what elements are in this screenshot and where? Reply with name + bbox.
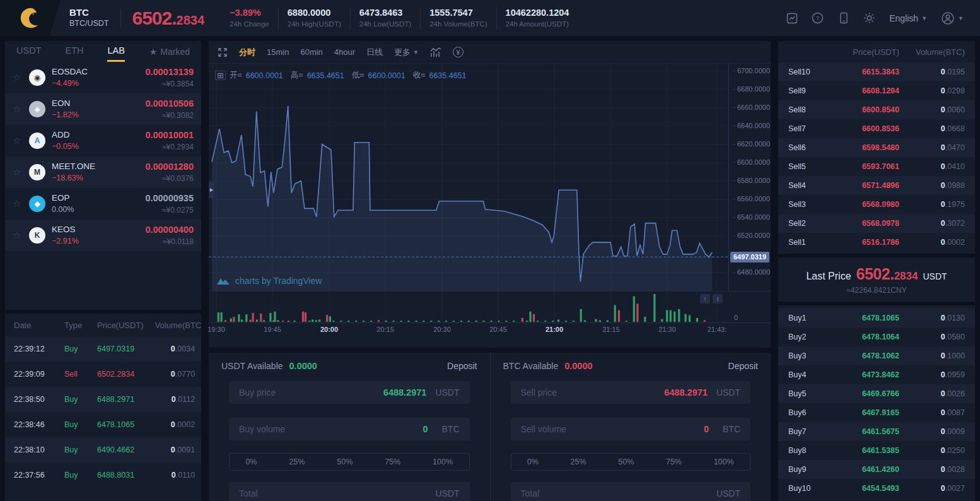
coin-change: −2.91% — [52, 236, 79, 247]
buy-order-row[interactable]: Buy96461.42600.0028 — [778, 460, 975, 479]
order-volume: 0.0668 — [899, 124, 965, 133]
order-volume: 0.0130 — [899, 314, 965, 322]
coin-icon: K — [29, 227, 45, 244]
coin-cny-price: ≈¥0.3082 — [145, 110, 194, 121]
pane-maximize-button[interactable]: ↑ — [700, 294, 710, 304]
trade-time: 22:38:46 — [14, 420, 64, 429]
sell-order-row[interactable]: Sell66598.54800.0470 — [778, 138, 975, 157]
price-chart[interactable] — [209, 64, 728, 291]
tab-eth[interactable]: ETH — [65, 41, 83, 62]
volume-frac: .0110 — [176, 471, 195, 480]
fullscreen-icon[interactable] — [218, 47, 228, 57]
sell-percent-0[interactable]: 0% — [527, 457, 539, 466]
buy-percent-0[interactable]: 0% — [245, 457, 257, 466]
deposit-link[interactable]: Deposit — [728, 361, 758, 371]
buy-order-row[interactable]: Buy36478.10620.1000 — [778, 346, 975, 365]
favorite-star-icon[interactable]: ☆ — [13, 230, 29, 241]
coin-list-item[interactable]: ☆◉EOSDAC−4.49%0.00013139≈¥0.3854 — [5, 62, 201, 93]
favorite-star-icon[interactable]: ☆ — [13, 103, 29, 115]
buy-order-row[interactable]: Buy76461.56750.0009 — [778, 422, 975, 441]
sell-order-row[interactable]: Sell16516.17860.0002 — [778, 233, 975, 252]
coin-list-item[interactable]: ☆◆EOP0.00%0.00000935≈¥0.0275 — [5, 188, 201, 220]
grid-toggle-icon[interactable]: ⊞ — [215, 71, 226, 80]
sell-order-row[interactable]: Sell96608.12940.0298 — [778, 81, 975, 100]
sell-order-row[interactable]: Sell76600.85360.0668 — [778, 119, 975, 138]
favorite-star-icon[interactable]: ☆ — [13, 72, 29, 83]
interval-分时[interactable]: 分时 — [239, 47, 255, 58]
sell-price-input[interactable]: Sell price 6488.2971 USDT — [511, 381, 751, 404]
buy-order-row[interactable]: Buy106454.54930.0027 — [778, 479, 975, 498]
sell-price-unit: USDT — [716, 387, 740, 398]
sidebar-collapse-handle[interactable]: ▶ — [209, 182, 214, 198]
buy-order-row[interactable]: Buy26478.10640.0580 — [778, 327, 975, 346]
tradingview-attribution[interactable]: charts by TradingView — [216, 276, 322, 286]
deposit-link[interactable]: Deposit — [447, 361, 477, 371]
coin-name: EOP — [52, 192, 74, 204]
interval-4hour[interactable]: 4hour — [334, 47, 355, 58]
language-selector[interactable]: English▼ — [889, 13, 927, 23]
pair-block[interactable]: BTC BTC/USDT — [69, 7, 109, 28]
sell-order-row[interactable]: Sell86600.85400.0060 — [778, 100, 975, 119]
volume-int: 0 — [941, 238, 945, 247]
theme-brightness-icon[interactable] — [863, 12, 875, 24]
buy-volume-input[interactable]: Buy volume 0 BTC — [229, 418, 470, 440]
interval-日线[interactable]: 日线 — [366, 47, 383, 58]
sell-order-row[interactable]: Sell106615.38430.0195 — [778, 62, 975, 81]
time-axis[interactable]: 19:3019:4520:0020:1520:3020:4521:0021:15… — [209, 322, 771, 336]
buy-order-row[interactable]: Buy66467.91650.0087 — [778, 403, 975, 422]
buy-order-row[interactable]: Buy46473.84620.0959 — [778, 365, 975, 384]
sell-total-input[interactable]: Total USDT — [511, 482, 751, 501]
buy-total-input[interactable]: Total USDT — [229, 482, 470, 501]
volume-frac: .0250 — [945, 446, 965, 455]
tab-lab[interactable]: LAB — [107, 41, 124, 62]
favorite-star-icon[interactable]: ☆ — [13, 198, 29, 209]
last-price-main: 6502. — [856, 265, 894, 283]
time-tick: 21:43: — [708, 326, 727, 333]
help-icon[interactable]: ? — [812, 12, 824, 24]
buy-percent-50[interactable]: 50% — [337, 457, 353, 466]
pane-resize-button[interactable]: ↕ — [713, 294, 723, 304]
coin-list-item[interactable]: ☆KKEOS−2.91%0.00000400≈¥0.0118 — [5, 220, 201, 251]
indicator-icon[interactable] — [430, 47, 441, 57]
interval-60min[interactable]: 60min — [300, 47, 322, 58]
more-intervals-dropdown[interactable]: 更多▼ — [394, 47, 419, 58]
coin-list-item[interactable]: ☆◈EON−1.82%0.00010506≈¥0.3082 — [5, 93, 201, 125]
mobile-app-icon[interactable] — [837, 12, 849, 24]
volume-int: 0 — [171, 420, 175, 429]
sell-order-row[interactable]: Sell46571.48960.0988 — [778, 176, 975, 195]
volume-frac: .0002 — [945, 238, 965, 247]
tab-marked[interactable]: ★Marked — [149, 47, 190, 57]
coin-list-item[interactable]: ☆AADD−0.05%0.00010001≈¥0.2934 — [5, 125, 201, 156]
buy-percent-100[interactable]: 100% — [433, 457, 453, 466]
sell-percent-75[interactable]: 75% — [666, 457, 682, 466]
favorite-star-icon[interactable]: ☆ — [13, 167, 29, 178]
price-axis[interactable]: 6700.00006680.00006660.00006640.00006620… — [728, 64, 771, 291]
buy-percent-25[interactable]: 25% — [289, 457, 305, 466]
sell-order-row[interactable]: Sell56593.70610.0410 — [778, 157, 975, 176]
exchange-logo[interactable] — [0, 0, 61, 36]
buy-order-row[interactable]: Buy86461.53850.0250 — [778, 441, 975, 460]
favorite-star-icon[interactable]: ☆ — [13, 135, 29, 146]
coin-icon: ◈ — [29, 101, 45, 117]
pair-label: BTC/USDT — [69, 19, 109, 29]
sell-percent-50[interactable]: 50% — [618, 457, 634, 466]
buy-percent-selector: 0%25%50%75%100% — [229, 453, 470, 471]
tab-usdt[interactable]: USDT — [16, 41, 41, 62]
time-tick: 19:45 — [264, 326, 281, 333]
buy-percent-75[interactable]: 75% — [385, 457, 400, 466]
sell-percent-25[interactable]: 25% — [571, 457, 586, 466]
sell-volume-input[interactable]: Sell volume 0 BTC — [511, 418, 751, 440]
sell-order-row[interactable]: Sell26568.09780.3072 — [778, 214, 975, 233]
market-trend-icon[interactable] — [786, 12, 798, 24]
buy-order-row[interactable]: Buy16478.10650.0130 — [778, 309, 975, 327]
account-menu[interactable]: ▼ — [941, 11, 964, 25]
sell-percent-100[interactable]: 100% — [714, 457, 734, 466]
currency-cny-icon[interactable]: ¥ — [453, 47, 464, 57]
price-tick: 6640.0000 — [733, 122, 770, 129]
sell-order-row[interactable]: Sell36568.09800.1975 — [778, 195, 975, 214]
coin-list-item[interactable]: ☆MMEET.ONE−18.63%0.00001280≈¥0.0376 — [5, 156, 201, 188]
volume-chart[interactable] — [209, 292, 728, 323]
buy-order-row[interactable]: Buy56469.67660.0026 — [778, 384, 975, 403]
interval-15min[interactable]: 15min — [267, 47, 289, 58]
buy-price-input[interactable]: Buy price 6488.2971 USDT — [229, 381, 470, 404]
